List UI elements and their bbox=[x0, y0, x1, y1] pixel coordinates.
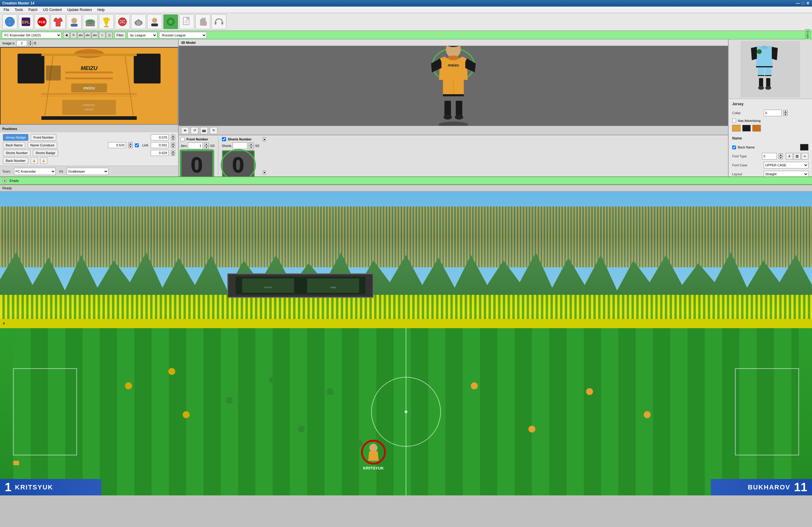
shorts-number-value[interactable] bbox=[233, 142, 248, 149]
font-case-select[interactable]: UPPER CASE Lower Case Mixed Case bbox=[764, 162, 809, 168]
jersey-color-3[interactable] bbox=[752, 125, 761, 131]
collar-down[interactable]: ▼ bbox=[783, 113, 787, 116]
back-name-color[interactable] bbox=[800, 144, 809, 151]
abc1-icon[interactable]: abc bbox=[77, 32, 84, 39]
pos-spinner-4[interactable]: ▲ ▼ bbox=[171, 150, 175, 156]
contract-icon[interactable]: ◫ bbox=[106, 32, 113, 39]
abc3-icon[interactable]: abc bbox=[92, 32, 98, 39]
window-controls[interactable]: — □ ✕ bbox=[796, 1, 810, 6]
shorts-num-down[interactable]: ▼ bbox=[249, 146, 253, 149]
font-icon-text[interactable]: A bbox=[786, 153, 793, 159]
pos-value-1[interactable] bbox=[151, 134, 169, 140]
menu-update-rosters[interactable]: Update Rosters bbox=[64, 7, 94, 13]
toolbar-trophy-btn[interactable] bbox=[99, 14, 114, 29]
pos-spin-down-1[interactable]: ▼ bbox=[171, 138, 175, 140]
advertising-checkbox[interactable] bbox=[732, 119, 736, 123]
filter-by-dropdown[interactable]: by League bbox=[128, 32, 157, 39]
empty-tab[interactable]: Empty bbox=[805, 29, 810, 41]
layout-select[interactable]: Straight Curved Arched bbox=[764, 171, 809, 176]
pos-spinner-2[interactable]: ▲ ▼ bbox=[128, 142, 133, 148]
toolbar-league-btn[interactable]: EPL bbox=[18, 14, 33, 29]
minimize-btn[interactable]: — bbox=[796, 1, 800, 6]
toolbar-club-btn[interactable]: FCB bbox=[34, 14, 49, 29]
kit-type-select[interactable]: Goalkeeper bbox=[67, 168, 108, 175]
pos-spin-up-2[interactable]: ▲ bbox=[128, 142, 133, 145]
pos-spin-down-4[interactable]: ▼ bbox=[171, 153, 175, 156]
image-number-spinner[interactable]: ▲ ▼ bbox=[28, 40, 32, 46]
back-name-btn[interactable]: Back Name bbox=[3, 142, 25, 148]
rotate-right-btn[interactable]: ↻ bbox=[210, 127, 217, 134]
pos-spin-up-1[interactable]: ▲ bbox=[171, 134, 175, 138]
back-name-checkbox[interactable] bbox=[732, 145, 736, 149]
pos-spin-up-4[interactable]: ▲ bbox=[171, 150, 175, 153]
toolbar-headphones-btn[interactable] bbox=[212, 14, 227, 29]
filter-button[interactable]: Filter bbox=[114, 32, 126, 39]
pos-spin-down-3[interactable]: ▼ bbox=[171, 145, 175, 148]
front-num-up[interactable]: ▲ bbox=[204, 142, 209, 146]
camera-btn[interactable]: 📷 bbox=[200, 127, 208, 134]
back-number-btn[interactable]: Back Number bbox=[3, 157, 28, 164]
front-number-spinner[interactable]: ▲ ▼ bbox=[204, 142, 209, 149]
pos-spin-down-2[interactable]: ▼ bbox=[128, 145, 133, 148]
league-dropdown[interactable]: Russian League bbox=[159, 32, 207, 39]
shorts-number-checkbox[interactable] bbox=[222, 137, 226, 141]
nav-prev-icon[interactable]: ◀ bbox=[63, 32, 70, 39]
pos-value-4[interactable] bbox=[151, 150, 169, 156]
image-number-down[interactable]: ▼ bbox=[28, 43, 32, 46]
pos-spinner-1[interactable]: ▲ ▼ bbox=[171, 134, 175, 140]
shorts-badge-btn[interactable]: Shorts Badge bbox=[33, 149, 58, 156]
scroll-up[interactable]: ▲ bbox=[263, 137, 266, 141]
toolbar-stadium-btn[interactable] bbox=[83, 14, 98, 29]
pos-spinner-3[interactable]: ▲ ▼ bbox=[171, 142, 175, 148]
collar-input[interactable] bbox=[764, 110, 782, 116]
jersey-badge-btn[interactable]: Jersey Badge bbox=[3, 134, 28, 141]
menu-tools[interactable]: Tools bbox=[12, 7, 25, 13]
shorts-number-spinner[interactable]: ▲ ▼ bbox=[249, 142, 253, 149]
menu-file[interactable]: File bbox=[1, 7, 12, 13]
toolbar-ball-btn[interactable] bbox=[115, 14, 130, 29]
pos-value-3[interactable] bbox=[151, 142, 169, 148]
expand-icon[interactable]: □ bbox=[99, 32, 105, 39]
toolbar-boot-btn[interactable] bbox=[131, 14, 146, 29]
player-selector-dropdown[interactable]: FC Krasnodar GK (1622) bbox=[2, 32, 61, 39]
collar-up[interactable]: ▲ bbox=[783, 110, 787, 113]
link-checkbox[interactable] bbox=[135, 143, 139, 147]
close-btn[interactable]: ✕ bbox=[806, 1, 810, 6]
back-number-icon1[interactable]: 🔒 bbox=[31, 157, 38, 164]
toolbar-action-btn[interactable] bbox=[163, 14, 178, 29]
font-type-input[interactable] bbox=[762, 153, 777, 159]
menu-ugcontent[interactable]: UG Content bbox=[41, 7, 64, 13]
name-curvature-btn[interactable]: Name Curvature bbox=[28, 142, 57, 148]
font-type-up[interactable]: ▲ bbox=[779, 153, 783, 156]
shorts-num-up[interactable]: ▲ bbox=[249, 142, 253, 146]
pos-spin-up-3[interactable]: ▲ bbox=[171, 142, 175, 145]
front-number-value[interactable] bbox=[188, 142, 203, 149]
menu-patch[interactable]: Patch bbox=[26, 7, 40, 13]
font-icon-edit[interactable]: ✏ bbox=[801, 153, 809, 159]
image-number-up[interactable]: ▲ bbox=[28, 40, 32, 43]
rotate-left-btn[interactable]: ↺ bbox=[191, 127, 198, 134]
abc2-icon[interactable]: abc bbox=[85, 32, 91, 39]
toolbar-player-btn[interactable] bbox=[67, 14, 82, 29]
shorts-number-pos-btn[interactable]: Shorts Number bbox=[3, 149, 30, 156]
pos-value-2[interactable] bbox=[108, 142, 126, 148]
scroll-down[interactable]: ▼ bbox=[263, 171, 266, 175]
maximize-btn[interactable]: □ bbox=[802, 1, 804, 6]
back-number-icon2[interactable]: 🔓 bbox=[40, 157, 47, 164]
toolbar-globe-btn[interactable] bbox=[2, 14, 17, 29]
refresh-icon[interactable]: ↻ bbox=[70, 32, 77, 39]
team-select[interactable]: FC Krasnodar bbox=[14, 168, 56, 175]
front-num-down[interactable]: ▼ bbox=[204, 146, 209, 149]
font-icon-image[interactable]: 🖼 bbox=[794, 153, 801, 159]
jersey-color-2[interactable] bbox=[742, 125, 751, 131]
menu-help[interactable]: Help bbox=[95, 7, 107, 13]
toolbar-doc-btn[interactable] bbox=[179, 14, 194, 29]
jersey-color-1[interactable] bbox=[732, 125, 740, 131]
front-number-btn[interactable]: Front Number bbox=[31, 134, 56, 141]
font-type-down[interactable]: ▼ bbox=[779, 156, 783, 159]
toolbar-jersey-btn[interactable] bbox=[50, 14, 66, 29]
toolbar-glove-btn[interactable] bbox=[195, 14, 210, 29]
view-camera-btn[interactable]: 👁 bbox=[181, 127, 189, 134]
image-number-input[interactable] bbox=[16, 40, 27, 46]
toolbar-manager-btn[interactable] bbox=[147, 14, 162, 29]
